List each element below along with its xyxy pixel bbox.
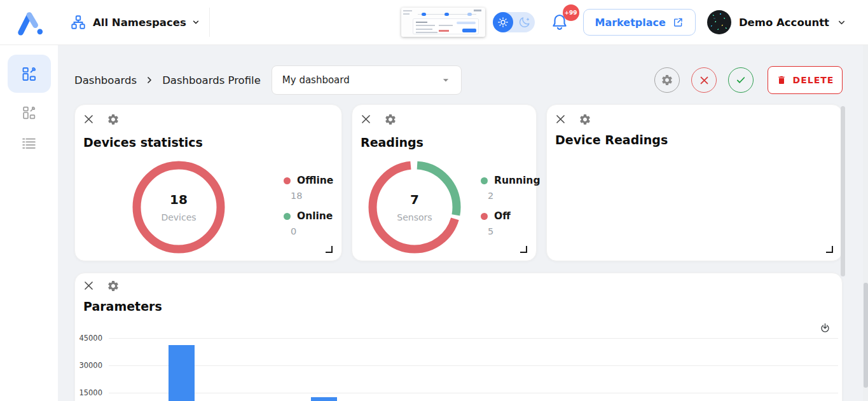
dark-mode-button[interactable] [518, 15, 532, 29]
list-icon [21, 135, 37, 151]
y-axis-tick: 15000 [75, 388, 102, 397]
sidebar [0, 45, 58, 401]
widget-title: Devices statistics [83, 135, 203, 149]
chevron-down-icon [191, 18, 200, 27]
page-scrollbar-track [863, 45, 868, 401]
theme-toggle[interactable] [493, 12, 535, 32]
legend-dot [481, 213, 488, 220]
sun-icon [497, 17, 509, 28]
select-caret-icon [439, 74, 452, 86]
light-mode-button[interactable] [493, 12, 513, 32]
main-content: Dashboards Dashboards Profile My dashboa… [58, 45, 868, 401]
legend-label: Offline [297, 175, 333, 186]
header-divider [209, 8, 210, 37]
legend: Offline 18 Online 0 [284, 175, 333, 236]
gridline [109, 393, 838, 393]
breadcrumb-dashboards-profile[interactable]: Dashboards Profile [162, 74, 261, 86]
bar [169, 345, 195, 401]
y-axis-tick: 45000 [75, 334, 102, 343]
download-chart-icon[interactable] [819, 322, 831, 334]
confirm-button[interactable] [728, 67, 754, 93]
sidebar-item-dashboard-builder[interactable] [8, 55, 51, 93]
widget-devices-statistics: Devices statistics 18 Devices Offline 18 [74, 104, 342, 261]
donut-center-value: 7 [410, 192, 419, 207]
legend-label: Off [494, 210, 511, 222]
widget-settings-icon[interactable] [107, 113, 120, 126]
chevron-right-icon [144, 75, 155, 85]
sidebar-item-widgets[interactable] [8, 102, 51, 123]
moon-icon [518, 15, 532, 29]
page-scrollbar-thumb[interactable] [864, 283, 868, 388]
widget-close-icon[interactable] [83, 280, 95, 292]
account-name: Demo Accountt [739, 17, 829, 29]
legend-value: 0 [291, 226, 333, 236]
x-icon [699, 75, 710, 86]
namespace-hierarchy-icon [70, 14, 86, 31]
devices-donut-chart: 18 Devices [131, 160, 226, 255]
notifications-button[interactable]: +99 [550, 13, 569, 32]
cancel-button[interactable] [691, 67, 717, 93]
widget-settings-icon[interactable] [579, 113, 591, 126]
widgets-builder-icon [21, 105, 37, 121]
legend-item: Running 2 [481, 175, 540, 201]
readings-donut-chart: 7 Sensors [367, 160, 462, 255]
dashboard-settings-button[interactable] [654, 67, 680, 93]
delete-button[interactable]: DELETE [768, 66, 843, 94]
widget-parameters: Parameters 45000 30000 15000 [74, 273, 843, 401]
dashboard-select-value: My dashboard [282, 74, 439, 86]
widget-device-readings: Device Readings No Content [546, 104, 843, 261]
widget-title: Device Readings [555, 133, 668, 147]
legend-label: Running [494, 175, 540, 186]
widget-settings-icon[interactable] [384, 113, 397, 126]
widget-resize-handle[interactable] [326, 246, 333, 253]
account-chevron-down-icon[interactable] [837, 18, 846, 27]
toolbar: Dashboards Dashboards Profile My dashboa… [74, 65, 843, 95]
account-avatar[interactable] [707, 10, 731, 34]
marketplace-button[interactable]: Marketplace [583, 9, 696, 36]
legend: Running 2 Off 5 [481, 175, 540, 236]
top-header: All Namespaces [0, 0, 868, 45]
y-axis-tick: 30000 [75, 361, 102, 370]
widget-resize-handle[interactable] [520, 246, 527, 253]
trash-icon [776, 75, 787, 85]
widget-close-icon[interactable] [555, 113, 567, 125]
legend-item: Online 0 [284, 210, 333, 236]
parameters-plot [109, 338, 838, 401]
legend-dot [481, 177, 488, 184]
widget-close-icon[interactable] [83, 113, 95, 125]
namespace-label: All Namespaces [93, 17, 186, 29]
gear-icon [661, 74, 673, 86]
widget-title: Parameters [83, 299, 162, 313]
external-link-icon [672, 17, 684, 28]
donut-center-value: 18 [170, 192, 188, 207]
preview-thumbnail[interactable] [401, 8, 485, 37]
widget-settings-icon[interactable] [107, 280, 120, 292]
sidebar-item-list[interactable] [8, 132, 51, 154]
namespace-selector[interactable]: All Namespaces [70, 14, 200, 31]
widget-close-icon[interactable] [360, 113, 372, 125]
legend-dot [284, 177, 291, 184]
legend-dot [284, 213, 291, 220]
widget-row: Devices statistics 18 Devices Offline 18 [74, 104, 843, 261]
legend-value: 2 [488, 191, 540, 201]
notification-badge: +99 [563, 4, 579, 21]
widget-readings: Readings 7 Sensors Running 2 [352, 104, 537, 261]
gridline [109, 338, 838, 339]
legend-label: Online [297, 210, 333, 222]
widget-resize-handle[interactable] [826, 246, 833, 253]
dashboard-scrollbar[interactable] [841, 106, 845, 276]
breadcrumb-dashboards[interactable]: Dashboards [74, 74, 137, 86]
marketplace-label: Marketplace [595, 17, 666, 29]
legend-value: 18 [291, 191, 333, 201]
check-icon [735, 74, 747, 86]
gridline [109, 365, 838, 366]
bar [311, 397, 337, 401]
dashboard-select[interactable]: My dashboard [272, 65, 462, 95]
donut-center-label: Sensors [397, 212, 432, 222]
dashboard-builder-icon [20, 65, 38, 83]
app-logo-icon[interactable] [15, 7, 45, 37]
widget-title: Readings [361, 135, 424, 149]
legend-item: Off 5 [481, 210, 540, 236]
donut-center-label: Devices [161, 212, 196, 222]
delete-label: DELETE [793, 75, 834, 85]
